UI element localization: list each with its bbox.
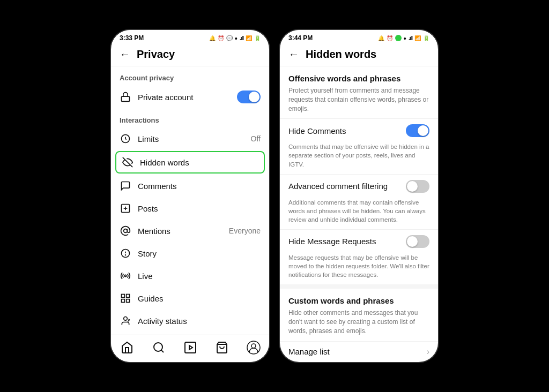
menu-item-private-account[interactable]: Private account <box>111 85 269 109</box>
back-button-left[interactable]: ← <box>120 48 130 61</box>
live-label: Live <box>138 272 261 281</box>
status-icons-right: 🔔 ⏰ ♦ .ıll 📶 🔋 <box>378 35 429 41</box>
posts-icon <box>120 202 131 214</box>
menu-item-comments[interactable]: Comments <box>111 175 269 197</box>
manage-list-row[interactable]: Manage list › <box>280 341 438 362</box>
advanced-comment-filtering-toggle[interactable] <box>406 180 429 193</box>
status-icons-left: 🔔 ⏰ 💬 ♦ .ıll 📶 🔋 <box>209 35 261 41</box>
profile-nav-icon[interactable] <box>247 341 261 355</box>
bell-icon: 🔔 <box>209 35 216 41</box>
shop-nav-icon[interactable] <box>215 341 229 355</box>
offensive-section-title: Offensive words and phrases <box>280 66 438 85</box>
menu-item-activity-status[interactable]: Activity status <box>111 310 269 332</box>
svg-rect-0 <box>122 96 130 101</box>
svg-point-9 <box>124 275 126 276</box>
menu-item-guides[interactable]: Guides <box>111 287 269 310</box>
advanced-comment-filtering-row[interactable]: Advanced comment filtering <box>280 174 438 198</box>
activity-status-icon <box>120 315 131 327</box>
search-nav-icon[interactable] <box>152 341 166 355</box>
time-right: 3:44 PM <box>288 34 313 42</box>
advanced-comment-filtering-desc: Additional comments that may contain off… <box>280 198 438 229</box>
mentions-value: Everyone <box>229 227 261 235</box>
story-label: Story <box>138 249 261 258</box>
hide-comments-desc-1: Comments that may be offensive will be h… <box>280 142 438 174</box>
posts-label: Posts <box>138 204 261 213</box>
svg-rect-18 <box>185 342 196 353</box>
hide-message-requests-toggle-1[interactable] <box>406 235 429 248</box>
wifi-icon: 📶 <box>246 35 252 41</box>
svg-rect-10 <box>122 295 125 298</box>
menu-item-hidden-words[interactable]: Hidden words <box>115 151 265 174</box>
hidden-words-scroll[interactable]: Offensive words and phrases Protect your… <box>280 66 438 362</box>
account-section-heading: Account privacy <box>111 66 269 85</box>
svg-rect-12 <box>122 299 125 303</box>
wifi-icon-r: 📶 <box>414 35 421 41</box>
signal-icon-r: .ıll <box>409 35 412 41</box>
hidden-words-icon <box>122 156 133 168</box>
clock-icon: ⏰ <box>218 35 224 41</box>
bottom-nav-left <box>111 335 269 362</box>
advanced-comment-filtering-label: Advanced comment filtering <box>288 182 406 191</box>
lock-icon <box>120 91 131 103</box>
private-account-toggle[interactable] <box>237 91 261 103</box>
manage-list-chevron-icon: › <box>427 347 429 357</box>
left-phone: 3:33 PM 🔔 ⏰ 💬 ♦ .ıll 📶 🔋 ← Privacy Accou… <box>111 30 269 362</box>
manage-list-label: Manage list <box>288 347 427 356</box>
svg-point-16 <box>154 343 162 351</box>
hide-comments-row-1[interactable]: Hide Comments <box>280 118 438 142</box>
page-title-left: Privacy <box>137 48 175 61</box>
comments-label: Comments <box>138 182 261 191</box>
bluetooth-icon-r: ♦ <box>404 35 406 41</box>
hide-comments-label-1: Hide Comments <box>288 126 406 135</box>
bluetooth-icon: ♦ <box>235 35 238 41</box>
back-button-right[interactable]: ← <box>288 48 299 61</box>
menu-item-limits[interactable]: Limits Off <box>111 127 269 150</box>
offensive-description: Protect yourself from comments and messa… <box>280 85 438 118</box>
signal-icon: .ıll <box>240 35 243 41</box>
menu-item-mentions[interactable]: Mentions Everyone <box>111 220 269 242</box>
hide-comments-toggle-1[interactable] <box>406 124 429 137</box>
comments-icon <box>120 180 131 192</box>
svg-line-17 <box>161 350 163 352</box>
menu-item-live[interactable]: Live <box>111 265 269 287</box>
menu-item-story[interactable]: Story <box>111 242 269 265</box>
guides-icon <box>120 292 131 304</box>
story-icon <box>120 247 131 259</box>
limits-value: Off <box>251 134 261 143</box>
custom-section-title: Custom words and phrases <box>280 289 438 307</box>
privacy-scroll[interactable]: Account privacy Private account Interact… <box>111 66 269 335</box>
menu-item-messages[interactable]: Messages <box>111 332 269 335</box>
hidden-words-label: Hidden words <box>140 158 258 167</box>
custom-description: Hide other comments and messages that yo… <box>280 307 438 341</box>
hidden-words-header: ← Hidden words <box>280 44 438 66</box>
section-divider <box>280 284 438 289</box>
limits-icon <box>120 133 131 145</box>
hide-message-requests-desc-1: Message requests that may be offensive w… <box>280 253 438 284</box>
status-bar-left: 3:33 PM 🔔 ⏰ 💬 ♦ .ıll 📶 🔋 <box>111 30 269 44</box>
whatsapp-icon: 💬 <box>226 35 233 41</box>
hide-message-requests-label-1: Hide Message Requests <box>288 237 406 246</box>
bell-icon-r: 🔔 <box>378 35 384 41</box>
live-icon <box>120 270 131 282</box>
svg-rect-11 <box>127 295 130 298</box>
battery-icon: 🔋 <box>254 35 261 41</box>
menu-item-posts[interactable]: Posts <box>111 197 269 220</box>
svg-point-21 <box>251 344 256 348</box>
right-phone: 3:44 PM 🔔 ⏰ ♦ .ıll 📶 🔋 ← Hidden words Of… <box>280 30 438 362</box>
hide-message-requests-row-1[interactable]: Hide Message Requests <box>280 229 438 253</box>
svg-point-14 <box>124 317 128 321</box>
page-title-right: Hidden words <box>306 48 376 61</box>
svg-point-8 <box>125 255 126 255</box>
time-left: 3:33 PM <box>120 34 144 42</box>
reels-nav-icon[interactable] <box>183 341 197 355</box>
mentions-icon <box>120 225 131 237</box>
green-dot-icon <box>395 35 402 41</box>
home-nav-icon[interactable] <box>120 341 134 355</box>
mentions-label: Mentions <box>138 227 229 236</box>
battery-icon-r: 🔋 <box>423 35 429 41</box>
svg-rect-13 <box>127 299 130 303</box>
svg-point-6 <box>124 229 128 233</box>
status-bar-right: 3:44 PM 🔔 ⏰ ♦ .ıll 📶 🔋 <box>280 30 438 44</box>
guides-label: Guides <box>138 294 261 303</box>
clock-icon-r: ⏰ <box>387 35 393 41</box>
